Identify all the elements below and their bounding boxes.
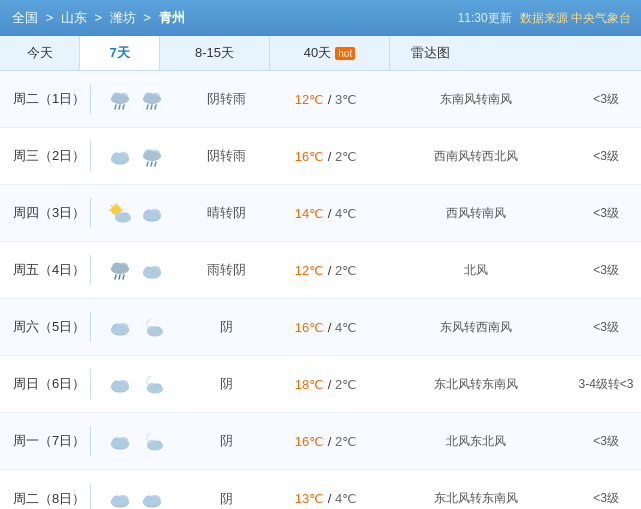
temp-low: 2℃ xyxy=(335,149,357,164)
weather-desc: 阴 xyxy=(181,375,271,393)
weather-table: 周二（1日） 阴转雨 12℃ / 3℃ 东南风转南风 <3级 周三（2日） xyxy=(0,71,641,509)
svg-line-6 xyxy=(123,105,124,109)
svg-line-4 xyxy=(115,105,116,109)
svg-point-17 xyxy=(111,154,129,164)
tab-8to15[interactable]: 8-15天 xyxy=(160,36,270,70)
day-label: 周二（1日） xyxy=(0,90,90,108)
wind-direction: 北风东北风 xyxy=(381,433,571,450)
wind-direction: 东南风转南风 xyxy=(381,91,571,108)
weather-icon-night xyxy=(138,427,166,455)
table-row: 周三（2日） 阴转雨 16℃ / 2℃ 西南风转西北风 <3级 xyxy=(0,128,641,185)
tab-radar[interactable]: 雷达图 xyxy=(390,36,470,70)
weather-desc: 阴转雨 xyxy=(181,147,271,165)
temp-high: 14℃ xyxy=(295,206,324,221)
temperature: 14℃ / 4℃ xyxy=(271,206,381,221)
weather-icon-day xyxy=(106,199,134,227)
svg-line-22 xyxy=(147,162,148,166)
temp-low: 4℃ xyxy=(335,491,357,506)
wind-level: <3级 xyxy=(571,433,641,450)
weather-desc: 雨转阴 xyxy=(181,261,271,279)
weather-icons xyxy=(91,199,181,227)
weather-icon-night xyxy=(138,85,166,113)
weather-icon-night xyxy=(138,370,166,398)
table-row: 周二（8日） 阴 13℃ / 4℃ 东北风转东南风 <3级 xyxy=(0,470,641,509)
wind-level: <3级 xyxy=(571,490,641,507)
svg-line-11 xyxy=(147,105,148,109)
svg-point-21 xyxy=(144,152,161,161)
weather-icons xyxy=(91,427,181,455)
day-label: 周日（6日） xyxy=(0,375,90,393)
svg-point-74 xyxy=(148,442,163,450)
source-link[interactable]: 数据来源 中央气象台 xyxy=(520,10,631,27)
temperature: 12℃ / 3℃ xyxy=(271,92,381,107)
weather-desc: 阴 xyxy=(181,490,271,508)
svg-line-5 xyxy=(119,105,120,109)
weather-icon-night xyxy=(138,313,166,341)
svg-point-78 xyxy=(111,497,129,507)
svg-line-30 xyxy=(111,205,113,207)
update-time: 11:30更新 xyxy=(458,10,512,27)
temp-high: 16℃ xyxy=(295,149,324,164)
svg-point-50 xyxy=(143,268,161,278)
weather-icon-day xyxy=(106,85,134,113)
table-row: 周六（5日） 阴 16℃ / 4℃ 东风转西南风 <3级 xyxy=(0,299,641,356)
svg-point-66 xyxy=(148,385,163,393)
temperature: 16℃ / 2℃ xyxy=(271,434,381,449)
day-label: 周一（7日） xyxy=(0,432,90,450)
tab-40day[interactable]: 40天 hot xyxy=(270,36,390,70)
wind-level: <3级 xyxy=(571,91,641,108)
temp-low: 2℃ xyxy=(335,434,357,449)
wind-level: <3级 xyxy=(571,319,641,336)
svg-line-24 xyxy=(155,162,156,166)
svg-line-12 xyxy=(151,105,152,109)
hot-badge: hot xyxy=(335,47,355,60)
table-row: 周二（1日） 阴转雨 12℃ / 3℃ 东南风转南风 <3级 xyxy=(0,71,641,128)
tabs: 今天 7天 8-15天 40天 hot 雷达图 xyxy=(0,36,641,71)
day-label: 周五（4日） xyxy=(0,261,90,279)
temp-low: 4℃ xyxy=(335,320,357,335)
weather-icon-night xyxy=(138,485,166,510)
svg-line-45 xyxy=(119,275,120,279)
day-label: 周二（8日） xyxy=(0,490,90,508)
temp-low: 3℃ xyxy=(335,92,357,107)
weather-icon-day xyxy=(106,142,134,170)
day-label: 周三（2日） xyxy=(0,147,90,165)
wind-level: <3级 xyxy=(571,262,641,279)
day-label: 周六（5日） xyxy=(0,318,90,336)
svg-point-82 xyxy=(143,497,161,507)
svg-point-3 xyxy=(112,95,129,104)
weather-icons xyxy=(91,85,181,113)
wind-direction: 东北风转东南风 xyxy=(381,490,571,507)
weather-desc: 阴 xyxy=(181,432,271,450)
weather-icon-day xyxy=(106,427,134,455)
svg-point-70 xyxy=(111,439,129,449)
temperature: 16℃ / 2℃ xyxy=(271,149,381,164)
header-right: 11:30更新 数据来源 中央气象台 xyxy=(458,10,631,27)
svg-line-44 xyxy=(115,275,116,279)
weather-icons xyxy=(91,142,181,170)
temp-low: 2℃ xyxy=(335,263,357,278)
weather-icons xyxy=(91,256,181,284)
temp-high: 16℃ xyxy=(295,320,324,335)
temp-high: 16℃ xyxy=(295,434,324,449)
temperature: 13℃ / 4℃ xyxy=(271,491,381,506)
table-row: 周一（7日） 阴 16℃ / 2℃ 北风东北风 <3级 xyxy=(0,413,641,470)
table-row: 周五（4日） 雨转阴 12℃ / 2℃ 北风 <3级 xyxy=(0,242,641,299)
temperature: 16℃ / 4℃ xyxy=(271,320,381,335)
temp-low: 4℃ xyxy=(335,206,357,221)
weather-icon-day xyxy=(106,370,134,398)
tab-7day[interactable]: 7天 xyxy=(80,36,160,70)
day-label: 周四（3日） xyxy=(0,204,90,222)
wind-direction: 西风转南风 xyxy=(381,205,571,222)
temp-high: 13℃ xyxy=(295,491,324,506)
weather-desc: 阴 xyxy=(181,318,271,336)
tab-today[interactable]: 今天 xyxy=(0,36,80,70)
temperature: 12℃ / 2℃ xyxy=(271,263,381,278)
svg-point-10 xyxy=(144,95,161,104)
svg-line-23 xyxy=(151,162,152,166)
wind-level: <3级 xyxy=(571,148,641,165)
weather-desc: 晴转阴 xyxy=(181,204,271,222)
wind-direction: 东风转西南风 xyxy=(381,319,571,336)
temp-high: 18℃ xyxy=(295,377,324,392)
svg-point-62 xyxy=(111,382,129,392)
